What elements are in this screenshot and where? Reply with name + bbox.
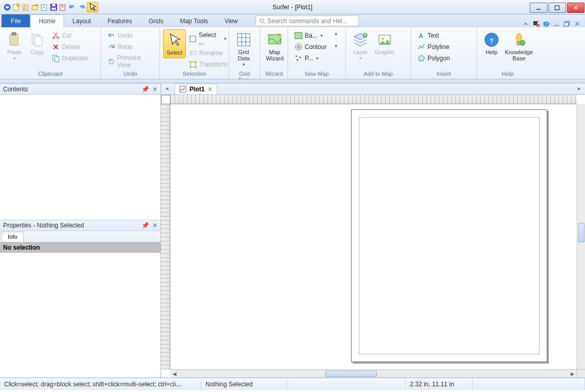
- redo-icon[interactable]: [77, 3, 86, 11]
- redo-button[interactable]: Redo: [105, 42, 155, 52]
- cut-button[interactable]: Cut: [50, 30, 90, 41]
- contents-body[interactable]: [0, 95, 161, 220]
- group-label-selection: Selection: [163, 71, 226, 79]
- new-worksheet-icon[interactable]: [22, 3, 30, 11]
- svg-rect-7: [52, 8, 56, 10]
- tab-view[interactable]: View: [216, 14, 246, 27]
- horizontal-ruler: [170, 95, 577, 104]
- mdi-restore-icon[interactable]: [563, 20, 571, 27]
- info-tab[interactable]: Info: [1, 232, 24, 242]
- maximize-button[interactable]: [548, 3, 566, 13]
- post-button[interactable]: P... ▼: [292, 53, 329, 63]
- svg-rect-31: [190, 52, 196, 55]
- graphic-button[interactable]: Graphic: [372, 29, 398, 57]
- svg-point-28: [97, 64, 100, 68]
- tab-nav-left-icon[interactable]: ◄: [164, 86, 169, 91]
- file-tab[interactable]: File: [2, 14, 30, 27]
- svg-point-33: [190, 61, 192, 63]
- select-all-button[interactable]: Select ... ▼: [187, 30, 229, 47]
- group-label-insert: Insert: [414, 71, 473, 79]
- close-button[interactable]: [567, 3, 584, 13]
- hscroll-left-icon[interactable]: ◄: [171, 370, 178, 378]
- grid-data-button[interactable]: Grid Data▼: [232, 29, 255, 69]
- base-map-icon: [294, 31, 303, 40]
- svg-rect-16: [564, 23, 568, 26]
- ruler-corner: [161, 95, 170, 104]
- pin-icon[interactable]: 📌: [141, 86, 149, 93]
- save-icon[interactable]: [50, 3, 58, 11]
- polygon-icon: [417, 54, 425, 62]
- svg-text:+: +: [363, 31, 367, 38]
- vertical-scrollbar[interactable]: [577, 104, 585, 369]
- mdi-minimize-icon[interactable]: [553, 20, 560, 27]
- open-icon[interactable]: [31, 3, 39, 11]
- layer-button[interactable]: + Layer▼: [349, 29, 372, 63]
- select-cursor-icon: [166, 32, 183, 48]
- knowledge-base-button[interactable]: Knowledge Base: [503, 29, 535, 63]
- quick-access-toolbar: [0, 2, 98, 12]
- hscroll-thumb[interactable]: [325, 371, 377, 377]
- previous-view-icon: [107, 57, 115, 66]
- ribbon: Paste▼ Copy Cut Delete Duplicate Clipboa…: [0, 28, 585, 79]
- text-button[interactable]: AText: [415, 30, 452, 41]
- map-wizard-button[interactable]: Map Wizard: [263, 29, 286, 63]
- vscroll-thumb[interactable]: [578, 223, 584, 242]
- undo-icon[interactable]: [68, 3, 76, 11]
- export-icon[interactable]: [59, 3, 67, 11]
- plot-canvas[interactable]: [170, 104, 577, 369]
- polyline-button[interactable]: Polyline: [415, 42, 452, 52]
- property-tabs: Info: [0, 231, 161, 242]
- svg-point-60: [520, 40, 525, 45]
- close-panel-icon[interactable]: ✕: [152, 86, 157, 93]
- previous-view-button[interactable]: Previous View: [105, 53, 155, 70]
- close-panel-icon[interactable]: ✕: [152, 222, 157, 229]
- svg-point-35: [190, 67, 192, 68]
- status-hint: Click=select; drag=block select; shift+c…: [0, 378, 201, 390]
- tab-home[interactable]: Home: [30, 14, 64, 27]
- mdi-close-icon[interactable]: [574, 20, 581, 27]
- copy-button[interactable]: Copy: [26, 29, 49, 57]
- svg-text:!: !: [537, 21, 539, 28]
- status-spacer: [287, 378, 406, 390]
- tab-grids[interactable]: Grids: [140, 14, 172, 27]
- search-input[interactable]: Search commands and Hel...: [256, 15, 359, 26]
- select-tool-icon[interactable]: [87, 2, 98, 12]
- tab-nav-right-icon[interactable]: ►: [577, 86, 582, 91]
- document-tab-close-icon[interactable]: ✕: [208, 86, 213, 93]
- document-tab-plot1[interactable]: Plot1 ✕: [175, 84, 217, 94]
- svg-rect-17: [10, 34, 18, 45]
- delete-button[interactable]: Delete: [50, 42, 90, 52]
- properties-body[interactable]: [0, 253, 161, 378]
- contour-button[interactable]: Contour: [292, 42, 329, 52]
- tab-features[interactable]: Features: [99, 14, 140, 27]
- polygon-button[interactable]: Polygon: [415, 53, 452, 63]
- select-button[interactable]: Select: [163, 29, 186, 58]
- svg-rect-30: [190, 36, 196, 41]
- transform-button[interactable]: Transform: [187, 59, 229, 70]
- group-label-undo: Undo: [104, 71, 156, 79]
- group-new-map: Ba... ▼ Contour P... ▼ ▼ ▼ New Map: [288, 28, 346, 79]
- duplicate-button[interactable]: Duplicate: [50, 53, 90, 63]
- svg-rect-18: [12, 32, 16, 35]
- collapse-ribbon-icon[interactable]: [522, 20, 529, 27]
- minimize-button[interactable]: [530, 3, 547, 13]
- tab-map-tools[interactable]: Map Tools: [171, 14, 216, 27]
- map-wizard-icon: [266, 31, 283, 48]
- help-button[interactable]: ? Help: [480, 29, 503, 57]
- help-icon[interactable]: ?: [543, 20, 550, 27]
- rename-button[interactable]: Rename: [187, 48, 229, 58]
- group-undo: Undo Redo Previous View Undo: [101, 28, 160, 79]
- notifications-icon[interactable]: !: [532, 20, 540, 27]
- undo-button[interactable]: Undo: [105, 30, 155, 41]
- horizontal-scrollbar[interactable]: ◄ ►: [170, 369, 577, 378]
- paste-button[interactable]: Paste▼: [3, 29, 26, 63]
- tab-layout[interactable]: Layout: [64, 14, 99, 27]
- svg-point-55: [460, 50, 466, 54]
- group-add-to-map: + Layer▼ Graphic Add to Map: [346, 28, 411, 79]
- hscroll-right-icon[interactable]: ►: [569, 370, 576, 378]
- pin-icon[interactable]: 📌: [141, 222, 149, 229]
- new-plot-icon[interactable]: [12, 3, 21, 11]
- base-map-button[interactable]: Ba... ▼: [292, 30, 329, 41]
- svg-point-29: [109, 59, 114, 63]
- import-icon[interactable]: [40, 3, 49, 11]
